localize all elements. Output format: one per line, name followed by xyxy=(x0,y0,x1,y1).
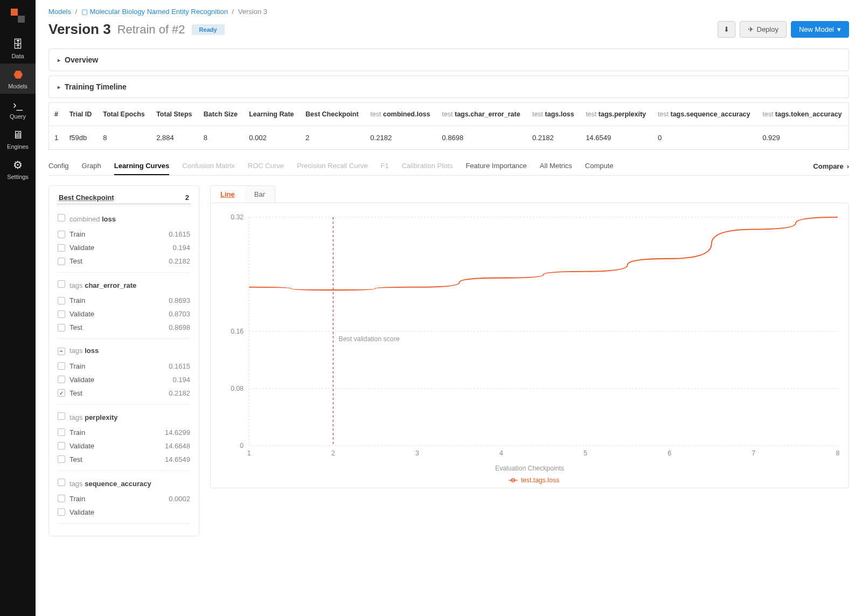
chart-tab-bar[interactable]: Bar xyxy=(245,186,275,203)
svg-text:5: 5 xyxy=(583,449,587,457)
checkbox[interactable] xyxy=(58,310,65,318)
col-header: Total Steps xyxy=(151,103,198,126)
checkbox[interactable] xyxy=(58,362,65,370)
metric-label: Test xyxy=(69,455,82,463)
tab-roc-curve: ROC Curve xyxy=(248,157,284,175)
breadcrumb-project[interactable]: Molecular Biology Named Entity Recogniti… xyxy=(89,8,228,16)
breadcrumb: Models / ▢ Molecular Biology Named Entit… xyxy=(48,8,849,16)
tab-all-metrics[interactable]: All Metrics xyxy=(540,157,572,175)
checkbox[interactable] xyxy=(58,231,65,238)
app-logo xyxy=(10,8,26,24)
main-content: Models / ▢ Molecular Biology Named Entit… xyxy=(36,0,862,616)
sidenav-item-engines[interactable]: 🖥Engines xyxy=(0,124,36,154)
metric-value: 0.1615 xyxy=(169,230,190,238)
tab-compute[interactable]: Compute xyxy=(585,157,614,175)
checkbox[interactable] xyxy=(58,495,65,502)
checkbox[interactable] xyxy=(58,376,65,383)
metric-group-title: combined loss xyxy=(58,211,190,227)
deploy-label: Deploy xyxy=(757,25,778,33)
metric-row: Train0.1615 xyxy=(58,359,190,373)
compare-button[interactable]: Compare› xyxy=(813,162,849,170)
checkbox[interactable] xyxy=(58,280,65,288)
tab-graph[interactable]: Graph xyxy=(82,157,101,175)
metric-value: 0.8693 xyxy=(169,296,190,304)
metric-row: Test0.8698 xyxy=(58,321,190,334)
tab-calibration-plots: Calibration Plots xyxy=(402,157,453,175)
svg-text:3: 3 xyxy=(415,449,419,457)
tab-learning-curves[interactable]: Learning Curves xyxy=(114,157,170,175)
metric-value: 0.2182 xyxy=(169,257,190,265)
svg-rect-1 xyxy=(18,16,25,23)
checkbox[interactable] xyxy=(58,479,65,486)
svg-text:6: 6 xyxy=(668,449,671,457)
tab-confusion-matrix: Confusion Matrix xyxy=(182,157,235,175)
metric-value: 14.6549 xyxy=(165,455,190,463)
svg-text:2: 2 xyxy=(331,449,335,457)
metric-label: Validate xyxy=(69,310,94,318)
metric-row: Test0.2182 xyxy=(58,386,190,400)
checkbox[interactable] xyxy=(58,428,65,436)
svg-text:1: 1 xyxy=(247,449,251,457)
checkbox[interactable] xyxy=(58,297,65,304)
col-header: Batch Size xyxy=(198,103,244,126)
page-subtitle: Retrain of #2 xyxy=(117,23,185,37)
checkbox[interactable] xyxy=(58,348,65,355)
breadcrumb-models[interactable]: Models xyxy=(48,8,71,16)
svg-text:Best validation score: Best validation score xyxy=(339,335,400,343)
download-icon: ⬇ xyxy=(724,25,729,33)
metric-label: Train xyxy=(69,362,85,370)
col-header: Learning Rate xyxy=(244,103,300,126)
chevron-right-icon: › xyxy=(847,162,849,170)
metric-label: Train xyxy=(69,428,85,437)
sidenav-item-settings[interactable]: ⚙Settings xyxy=(0,154,36,184)
learning-curve-chart: 00.080.160.32 12345678 Best validation s… xyxy=(216,209,843,485)
tab-feature-importance[interactable]: Feature Importance xyxy=(465,157,526,175)
chart-container: 00.080.160.32 12345678 Best validation s… xyxy=(210,203,849,488)
deploy-button[interactable]: ✈Deploy xyxy=(740,21,787,38)
breadcrumb-current: Version 3 xyxy=(238,8,267,16)
metric-group-title: tags char_error_rate xyxy=(58,277,190,294)
metric-row: Train0.1615 xyxy=(58,227,190,241)
col-header: test tags.token_accuracy xyxy=(757,103,849,126)
table-row[interactable]: 1 f59db 8 2,884 8 0.002 2 0.2182 0.8698 … xyxy=(49,126,849,150)
checkbox[interactable] xyxy=(58,214,65,222)
col-header: test combined.loss xyxy=(365,103,436,126)
metric-label: Validate xyxy=(69,244,94,252)
checkbox[interactable] xyxy=(58,389,65,397)
checkbox[interactable] xyxy=(58,258,65,265)
metric-group-title: tags loss xyxy=(58,343,190,359)
sidenav-item-data[interactable]: 🗄Data xyxy=(0,33,36,64)
tab-precision-recall-curve: Precision Recall Curve xyxy=(297,157,368,175)
checkbox[interactable] xyxy=(58,244,65,252)
checkbox[interactable] xyxy=(58,455,65,463)
checkbox[interactable] xyxy=(58,508,65,516)
download-button[interactable]: ⬇ xyxy=(718,21,735,38)
metric-value: 14.6299 xyxy=(165,428,190,437)
svg-text:7: 7 xyxy=(752,449,755,457)
checkbox[interactable] xyxy=(58,412,65,420)
new-model-button[interactable]: New Model ▾ xyxy=(791,21,849,38)
training-timeline-panel[interactable]: ▸Training Timeline xyxy=(48,75,849,98)
settings-icon: ⚙ xyxy=(13,158,23,171)
tab-config[interactable]: Config xyxy=(48,157,69,175)
metric-label: Test xyxy=(69,257,82,265)
chart-tab-line[interactable]: Line xyxy=(211,186,245,203)
tab-f1: F1 xyxy=(381,157,389,175)
metric-value: 0.8698 xyxy=(169,323,190,331)
col-header: Best Checkpoint xyxy=(300,103,365,126)
models-icon: ⬣ xyxy=(13,68,23,81)
overview-panel[interactable]: ▸Overview xyxy=(48,49,849,71)
svg-rect-0 xyxy=(11,9,18,16)
metric-label: Test xyxy=(69,323,82,331)
checkbox[interactable] xyxy=(58,442,65,449)
sidenav-item-models[interactable]: ⬣Models xyxy=(0,64,36,94)
metric-label: Train xyxy=(69,495,85,503)
metric-row: Test0.2182 xyxy=(58,254,190,268)
metric-row: Train0.0002 xyxy=(58,492,190,506)
svg-text:0.16: 0.16 xyxy=(231,328,244,335)
trial-table: #Trial IDTotal EpochsTotal StepsBatch Si… xyxy=(48,102,849,150)
metric-row: Train14.6299 xyxy=(58,426,190,439)
sidenav-item-query[interactable]: ›_Query xyxy=(0,94,36,124)
col-header: test tags.loss xyxy=(527,103,580,126)
checkbox[interactable] xyxy=(58,324,65,331)
